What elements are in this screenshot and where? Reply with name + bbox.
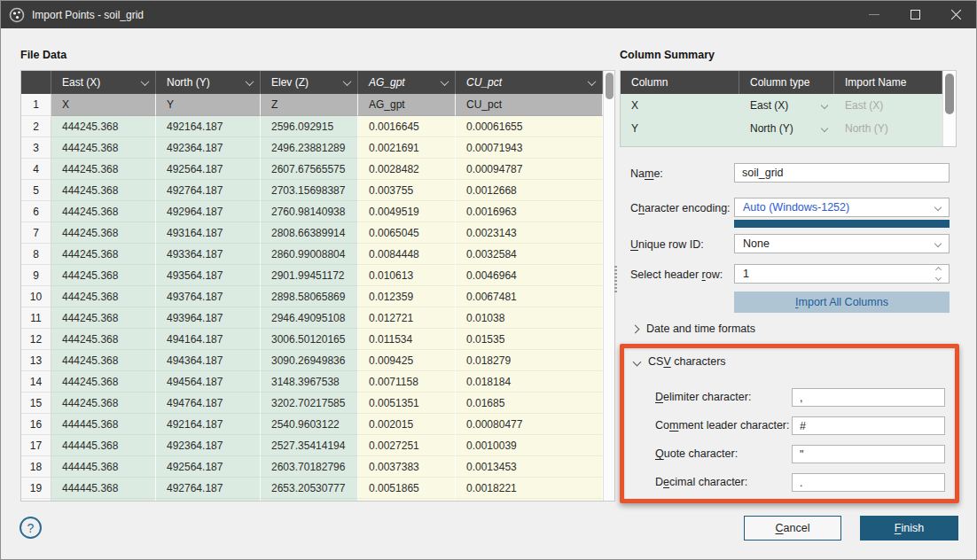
column-header-cu-pct[interactable]: CU_pct — [456, 71, 603, 94]
cell: 494764.187 — [156, 393, 261, 414]
decimal-character-input[interactable] — [792, 473, 945, 492]
date-time-formats-disclosure[interactable]: Date and time formats — [632, 323, 755, 335]
summary-header-type: Column type — [739, 71, 834, 94]
cell: 2496.23881289 — [261, 137, 358, 159]
column-header-elev[interactable]: Elev (Z) — [261, 71, 358, 94]
comment-leader-character-label: Comment leader character: — [655, 419, 789, 432]
delimiter-character-input[interactable] — [792, 388, 945, 407]
cell: 493364.187 — [156, 244, 261, 265]
character-encoding-dropdown[interactable]: Auto (Windows-1252) — [734, 198, 950, 217]
minimize-button[interactable] — [854, 1, 895, 28]
spin-up-icon[interactable] — [935, 267, 942, 273]
cell: 444245.368 — [51, 159, 156, 180]
quote-character-input[interactable] — [792, 445, 945, 463]
csv-characters-disclosure[interactable]: CSV characters — [634, 355, 726, 368]
decimal-character-label: Decimal character: — [655, 476, 747, 488]
row-number: 3 — [21, 137, 51, 159]
cancel-button[interactable]: Cancel — [744, 516, 841, 541]
table-row: 13444245.368494364.1873090.269498360.009… — [21, 350, 603, 371]
finish-button[interactable]: Finish — [860, 516, 958, 541]
table-row: 4444245.368492564.1872607.675655750.0028… — [21, 159, 603, 180]
cell: 444445.368 — [51, 456, 156, 478]
column-header-ag-gpt[interactable]: AG_gpt — [358, 71, 456, 94]
table-row: 2444245.368492164.1872596.0929150.001664… — [21, 116, 603, 137]
cell: AG_gpt — [358, 94, 456, 116]
column-header-north[interactable]: North (Y) — [156, 71, 261, 94]
cell: 0.0071158 — [358, 371, 456, 393]
cell: 0.0049519 — [358, 201, 456, 222]
scrollbar-thumb[interactable] — [945, 74, 954, 114]
window-title: Import Points - soil_grid — [32, 9, 144, 21]
table-row: 8444245.368493364.1872860.990088040.0084… — [21, 244, 603, 265]
summary-column-name: Z — [621, 140, 739, 147]
cell: 444245.368 — [51, 180, 156, 201]
unique-row-id-dropdown[interactable]: None — [734, 234, 950, 253]
table-row: 5444245.368492764.1872703.156983870.0037… — [21, 180, 603, 201]
scrollbar-thumb[interactable] — [606, 73, 614, 99]
table-row: 15444245.368494764.1873202.702175850.005… — [21, 393, 603, 414]
comment-leader-character-input[interactable] — [792, 416, 945, 435]
cell: 492764.187 — [156, 478, 261, 499]
chevron-down-icon — [821, 125, 828, 132]
name-input[interactable] — [734, 163, 950, 183]
cell: 492764.187 — [156, 180, 261, 201]
column-type-dropdown[interactable]: North (Y) — [739, 117, 834, 140]
cell: X — [51, 94, 156, 116]
cell: 2653.20530777 — [261, 478, 358, 499]
cell: 2607.67565575 — [261, 159, 358, 180]
vertical-scrollbar[interactable] — [603, 71, 614, 501]
table-row: 3444245.368492364.1872496.238812890.0021… — [21, 137, 603, 159]
cell: 3090.26949836 — [261, 350, 358, 371]
chevron-down-icon — [441, 77, 449, 86]
cell: CU_pct — [456, 94, 603, 116]
cell: 493764.187 — [156, 286, 261, 307]
file-data-table: East (X) North (Y) Elev (Z) AG_gpt CU_pc… — [20, 70, 615, 502]
row-number: 12 — [21, 329, 51, 350]
column-type-dropdown[interactable]: Elev (Z) — [739, 140, 834, 147]
column-summary-table: Column Column type Import Name X East (X… — [620, 70, 957, 147]
cell: 444245.368 — [51, 201, 156, 222]
cell: 0.0037383 — [358, 456, 456, 478]
pane-splitter-handle[interactable] — [614, 266, 617, 292]
cell — [21, 499, 51, 502]
table-row: 18444445.368492564.1872603.701827960.003… — [21, 456, 603, 478]
cell: 0.00094787 — [456, 159, 603, 180]
cell: 3202.70217585 — [261, 393, 358, 414]
table-row: 10444245.368493764.1872898.580658690.012… — [21, 286, 603, 307]
cell: 444245.368 — [51, 350, 156, 371]
cell: 0.0016645 — [358, 116, 456, 137]
file-data-body: 2444245.368492164.1872596.0929150.001664… — [21, 116, 603, 502]
cell: 493564.187 — [156, 265, 261, 286]
cell: 0.0067481 — [456, 286, 603, 307]
cell: 0.0084448 — [358, 244, 456, 265]
help-button[interactable]: ? — [20, 517, 42, 539]
spin-down-icon[interactable] — [935, 275, 942, 281]
corner-cell — [21, 71, 51, 94]
column-type-dropdown[interactable]: East (X) — [739, 94, 834, 117]
cell: 444245.368 — [51, 329, 156, 350]
chevron-down-icon — [633, 357, 642, 366]
cell: 494564.187 — [156, 371, 261, 393]
row-number: 15 — [21, 393, 51, 414]
chevron-down-icon — [343, 77, 352, 86]
header-row-spinner[interactable]: 1 — [734, 264, 950, 284]
cell: 0.011534 — [358, 329, 456, 350]
table-row: 9444245.368493564.1872901.994511720.0106… — [21, 265, 603, 286]
chevron-down-icon — [246, 77, 254, 86]
cell: 2703.15698387 — [261, 180, 358, 201]
cell: 492964.187 — [156, 201, 261, 222]
chevron-down-icon — [588, 77, 597, 86]
maximize-button[interactable] — [895, 1, 935, 28]
column-header-east[interactable]: East (X) — [51, 71, 156, 94]
cell: 0.0051351 — [358, 393, 456, 414]
chevron-down-icon — [141, 77, 150, 86]
cell: 0.0065045 — [358, 222, 456, 244]
cell: 2808.66389914 — [261, 222, 358, 244]
cell: 0.0013453 — [456, 456, 603, 478]
close-button[interactable] — [935, 1, 976, 28]
cell: 0.018279 — [456, 350, 603, 371]
import-all-columns-button[interactable]: Import All Columns — [734, 292, 950, 313]
minimize-icon — [869, 14, 879, 15]
row-number: 11 — [21, 307, 51, 329]
vertical-scrollbar[interactable] — [942, 71, 956, 146]
